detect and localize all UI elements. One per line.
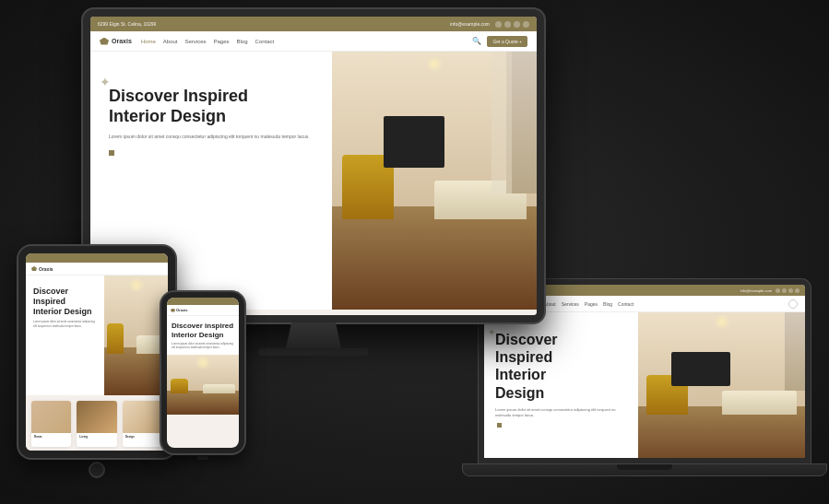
room-floor — [332, 206, 537, 310]
tablet-card-1: Room — [31, 401, 71, 447]
phone: Oraxis Discover inspired Interior Design… — [161, 292, 244, 453]
star-decoration: ✦ — [100, 75, 111, 89]
tablet-card-1-image — [31, 401, 71, 433]
room-chandelier — [425, 57, 444, 71]
instagram-icon — [523, 21, 529, 28]
phone-hero-image — [167, 355, 239, 415]
monitor-nav-contact[interactable]: Contact — [255, 39, 275, 44]
monitor-nav-home[interactable]: Home — [141, 39, 156, 44]
monitor-hero-title: Discover Inspired Interior Design — [109, 87, 314, 126]
tablet-card-3-title: Design — [123, 433, 162, 440]
facebook-icon — [495, 21, 502, 28]
laptop-email: info@example.com — [740, 288, 772, 293]
scene: 6299 Elgin St. Celina, 10299 info@exampl… — [0, 0, 829, 504]
laptop-notch — [617, 464, 672, 470]
laptop-room-curtain — [785, 312, 805, 391]
tablet-hero-subtitle: Lorem ipsum dolor sit amet consectetur a… — [33, 320, 97, 327]
tablet-website: Oraxis Discover Inspired Interior Design… — [26, 253, 168, 451]
phone-home-button[interactable] — [197, 456, 208, 460]
tablet-hero-image — [104, 275, 168, 395]
laptop-nav-pages[interactable]: Pages — [585, 301, 598, 307]
laptop-nav-services[interactable]: Services — [562, 301, 579, 307]
monitor-nav-about[interactable]: About — [163, 39, 178, 44]
phone-room-floor — [167, 391, 239, 415]
phone-room-sofa — [203, 384, 235, 393]
tablet: Oraxis Discover Inspired Interior Design… — [18, 246, 175, 458]
room-tv — [384, 116, 445, 168]
laptop-nav-contact[interactable]: Contact — [618, 301, 634, 307]
laptop-search-icon[interactable] — [788, 299, 798, 309]
laptop-social-icons — [776, 288, 799, 293]
laptop-accent-dot — [497, 423, 502, 428]
monitor-topbar: 6299 Elgin St. Celina, 10299 info@exampl… — [90, 17, 537, 31]
tablet-hero-right — [104, 275, 168, 395]
room-window — [491, 52, 512, 193]
tablet-card-3: Design — [123, 401, 162, 447]
monitor-navbar: Oraxis Home About Services Pages Blog Co… — [90, 31, 537, 52]
laptop-room-interior — [638, 312, 805, 458]
tablet-card-2: Living — [77, 401, 116, 447]
monitor-stand — [286, 322, 341, 348]
monitor-hero-subtitle: Lorem ipsum dolor sit amet consqu consec… — [109, 134, 314, 141]
tablet-card-2-title: Living — [77, 433, 116, 440]
laptop-hero-subtitle: Lorem ipsum dolor sit amet consqu consec… — [495, 407, 627, 418]
phone-room-chandelier — [194, 356, 212, 369]
tablet-room-sofa — [136, 335, 165, 354]
phone-logo: Oraxis — [171, 308, 187, 312]
tablet-home-button[interactable] — [89, 462, 105, 478]
phone-hero-title: Discover inspired Interior Design — [167, 316, 239, 342]
tablet-topbar — [26, 253, 168, 263]
phone-topbar — [167, 298, 239, 305]
phone-website: Oraxis Discover inspired Interior Design… — [167, 298, 239, 448]
monitor-nav-blog[interactable]: Blog — [237, 39, 248, 44]
phone-room-chairs — [171, 379, 189, 393]
monitor-base — [258, 348, 369, 356]
tablet-room-interior — [104, 275, 168, 395]
laptop-room-chandelier — [713, 315, 731, 329]
tablet-hero: Discover Inspired Interior Design Lorem … — [26, 275, 168, 395]
tablet-hero-title: Discover Inspired Interior Design — [33, 287, 97, 316]
tablet-brand-name: Oraxis — [39, 266, 53, 272]
laptop-nav-blog[interactable]: Blog — [603, 301, 612, 307]
tablet-room-floor — [104, 347, 168, 395]
phone-room-interior — [167, 355, 239, 415]
laptop-nav-about[interactable]: About — [544, 301, 556, 307]
laptop-ig-icon — [795, 288, 799, 293]
monitor-brand-name: Oraxis — [112, 38, 132, 44]
tablet-logo: Oraxis — [31, 266, 53, 272]
monitor-nav-pages[interactable]: Pages — [214, 39, 230, 44]
laptop-room-tv — [671, 352, 729, 386]
phone-hero-image-inner — [167, 355, 239, 415]
laptop-nav-links[interactable]: Home About Services Pages Blog Contact — [526, 301, 781, 307]
tablet-card-1-title: Room — [31, 433, 71, 440]
laptop-body — [462, 463, 827, 476]
laptop-tw-icon — [782, 288, 787, 293]
monitor-cta-button[interactable]: Get a Quote + — [487, 36, 527, 47]
phone-navbar: Oraxis — [167, 305, 239, 316]
tablet-home-button-area — [18, 462, 175, 478]
twitter-icon — [504, 21, 511, 28]
room-interior — [332, 52, 537, 310]
laptop-room-sofa — [722, 391, 797, 415]
monitor-hero-right — [332, 52, 537, 310]
phone-body: Oraxis Discover inspired Interior Design… — [161, 292, 244, 453]
monitor-email: info@example.com — [450, 21, 490, 27]
monitor-search-icon[interactable]: 🔍 — [472, 37, 481, 45]
monitor-logo-icon — [100, 38, 109, 45]
phone-logo-icon — [171, 309, 175, 312]
tablet-room-chairs — [107, 323, 123, 354]
tablet-hero-left: Discover Inspired Interior Design Lorem … — [26, 275, 104, 395]
laptop-hero-right — [638, 312, 805, 458]
pinterest-icon — [514, 21, 520, 28]
tablet-navbar: Oraxis — [26, 263, 168, 275]
social-icons — [495, 21, 529, 28]
tablet-card-2-image — [77, 401, 116, 433]
monitor-nav-links[interactable]: Home About Services Pages Blog Contact — [141, 39, 464, 44]
monitor-logo: Oraxis — [100, 38, 132, 45]
hero-accent-dot — [109, 150, 114, 156]
tablet-card-3-image — [123, 401, 162, 433]
phone-hero-subtitle: Lorem ipsum dolor sit amet consectetur a… — [167, 342, 239, 354]
laptop-hero-image — [638, 312, 805, 458]
tablet-cards-row: Room Living Design — [26, 395, 168, 451]
monitor-nav-services[interactable]: Services — [185, 39, 207, 44]
